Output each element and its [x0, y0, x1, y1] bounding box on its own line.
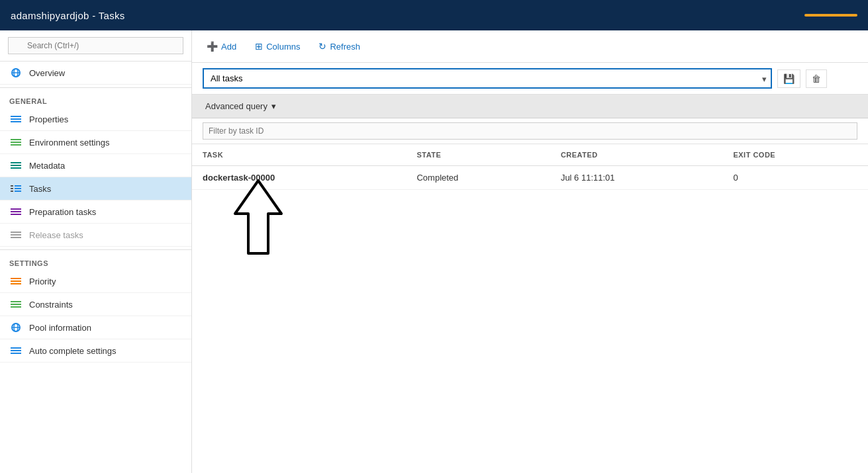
advanced-query-chevron-icon: ▾ [271, 101, 276, 111]
environment-settings-icon [9, 137, 23, 148]
metadata-icon [9, 160, 23, 171]
toolbar: ➕ Add ⊞ Columns ↻ Refresh [192, 30, 868, 63]
save-filter-icon: 💾 [783, 73, 795, 84]
sidebar-item-pool-info-label: Pool information [29, 323, 91, 333]
add-button-label: Add [221, 42, 236, 52]
main-layout: 🔍 Overview GENERAL Properties En [0, 30, 868, 473]
sidebar-item-overview[interactable]: Overview [0, 62, 191, 85]
search-wrapper: 🔍 [8, 37, 183, 54]
sidebar-item-tasks-label: Tasks [29, 184, 51, 194]
refresh-icon: ↻ [318, 41, 326, 52]
col-header-exit-code: EXIT CODE [722, 144, 868, 166]
advanced-query-button[interactable]: Advanced query ▾ [203, 100, 279, 112]
advanced-query-bar: Advanced query ▾ [192, 95, 868, 118]
advanced-query-label: Advanced query [205, 101, 267, 111]
properties-icon [9, 114, 23, 124]
sidebar-divider-2 [0, 249, 191, 250]
delete-filter-button[interactable]: 🗑 [806, 69, 827, 88]
task-state-cell: Completed [406, 166, 550, 190]
sidebar-search-area: 🔍 [0, 30, 191, 62]
sidebar-item-env-settings-label: Environment settings [29, 138, 109, 148]
topbar: adamshipyardjob - Tasks [0, 0, 868, 30]
preparation-tasks-icon [9, 206, 23, 217]
priority-icon [9, 276, 23, 286]
pool-info-icon [9, 322, 23, 333]
refresh-button[interactable]: ↻ Refresh [314, 38, 364, 54]
columns-button-label: Columns [266, 42, 300, 52]
task-exit-code-cell: 0 [722, 166, 868, 190]
sidebar-item-release-tasks-label: Release tasks [29, 230, 83, 240]
sidebar-item-auto-complete-label: Auto complete settings [29, 346, 117, 356]
sidebar-item-properties-label: Properties [29, 114, 68, 124]
sidebar: 🔍 Overview GENERAL Properties En [0, 30, 192, 473]
sidebar-item-priority[interactable]: Priority [0, 270, 191, 293]
task-id-filter-input[interactable] [203, 122, 857, 140]
sidebar-item-constraints-label: Constraints [29, 300, 73, 310]
topbar-title: adamshipyardjob - Tasks [11, 10, 125, 21]
sidebar-item-pool-information[interactable]: Pool information [0, 316, 191, 339]
add-icon: ➕ [207, 41, 218, 52]
col-header-state: STATE [406, 144, 550, 166]
sidebar-divider-1 [0, 87, 191, 88]
tasks-icon [9, 183, 23, 194]
columns-button[interactable]: ⊞ Columns [251, 38, 304, 54]
sidebar-item-constraints[interactable]: Constraints [0, 293, 191, 316]
release-tasks-icon [9, 230, 23, 240]
delete-filter-icon: 🗑 [812, 73, 821, 84]
auto-complete-icon [9, 345, 23, 356]
sidebar-section-general: GENERAL [0, 91, 191, 108]
topbar-right [804, 14, 857, 17]
sidebar-item-auto-complete-settings[interactable]: Auto complete settings [0, 339, 191, 363]
content-area: ➕ Add ⊞ Columns ↻ Refresh All tasks Acti… [192, 30, 868, 473]
task-created-cell: Jul 6 11:11:01 [550, 166, 723, 190]
task-name-cell[interactable]: dockertask-00000 [192, 166, 406, 190]
sidebar-item-priority-label: Priority [29, 277, 56, 286]
sidebar-item-preparation-tasks[interactable]: Preparation tasks [0, 200, 191, 224]
table-header-row: TASK STATE CREATED EXIT CODE [192, 144, 868, 166]
col-header-task: TASK [192, 144, 406, 166]
sidebar-item-overview-label: Overview [29, 68, 65, 78]
sidebar-item-metadata[interactable]: Metadata [0, 154, 191, 177]
save-filter-button[interactable]: 💾 [777, 69, 800, 88]
columns-icon: ⊞ [255, 41, 263, 52]
filter-select-wrapper: All tasks Active tasks Completed tasks F… [203, 68, 772, 89]
col-header-created: CREATED [550, 144, 723, 166]
sidebar-section-settings: SETTINGS [0, 253, 191, 270]
sidebar-item-prep-tasks-label: Preparation tasks [29, 207, 96, 217]
svg-marker-12 [235, 181, 281, 253]
table-area: TASK STATE CREATED EXIT CODE dockertask-… [192, 144, 868, 473]
search-input[interactable] [8, 37, 183, 54]
task-filter-select[interactable]: All tasks Active tasks Completed tasks F… [203, 68, 772, 89]
tasks-table: TASK STATE CREATED EXIT CODE dockertask-… [192, 144, 868, 190]
task-filter-bar [192, 118, 868, 144]
globe-icon [9, 67, 23, 78]
add-button[interactable]: ➕ Add [203, 38, 240, 54]
refresh-button-label: Refresh [330, 42, 360, 52]
constraints-icon [9, 299, 23, 310]
table-row: dockertask-00000 Completed Jul 6 11:11:0… [192, 166, 868, 190]
sidebar-item-environment-settings[interactable]: Environment settings [0, 131, 191, 154]
sidebar-item-tasks[interactable]: Tasks [0, 177, 191, 200]
sidebar-item-metadata-label: Metadata [29, 161, 65, 171]
sidebar-item-release-tasks: Release tasks [0, 224, 191, 247]
filter-bar: All tasks Active tasks Completed tasks F… [192, 63, 868, 95]
topbar-progress-bar [804, 14, 857, 17]
sidebar-item-properties[interactable]: Properties [0, 108, 191, 131]
